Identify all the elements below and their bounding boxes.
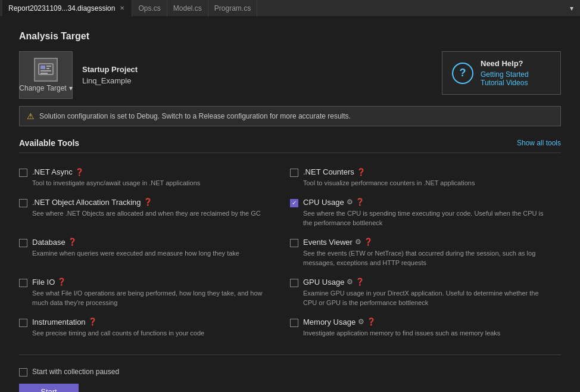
- tool-item-events-viewer: Events Viewer⚙❓See the events (ETW or Ne…: [290, 233, 561, 273]
- help-box: ? Need Help? Getting Started Tutorial Vi…: [442, 51, 561, 95]
- gear-icon-gpu-usage[interactable]: ⚙: [347, 278, 353, 286]
- tool-desc-file-io: See what File I/O operations are being p…: [32, 288, 276, 308]
- tool-content-dotnet-counters: .NET Counters❓Tool to visualize performa…: [303, 167, 475, 188]
- tool-content-memory-usage: Memory Usage⚙❓Investigate application me…: [303, 318, 500, 338]
- svg-rect-2: [46, 66, 51, 67]
- analysis-target-title: Analysis Target: [19, 31, 561, 42]
- info-icon-database[interactable]: ❓: [68, 238, 77, 246]
- tool-content-instrumentation: Instrumentation❓See precise timing and c…: [32, 318, 204, 338]
- info-icon-dotnet-async[interactable]: ❓: [75, 168, 84, 176]
- tool-checkbox-cpu-usage[interactable]: [290, 199, 298, 207]
- tool-desc-events-viewer: See the events (ETW or NetTrace) that oc…: [303, 248, 547, 268]
- tool-name-memory-usage: Memory Usage⚙❓: [303, 318, 500, 326]
- tab-overflow-button[interactable]: ▾: [566, 0, 578, 17]
- info-icon-gpu-usage[interactable]: ❓: [356, 278, 364, 286]
- tool-content-events-viewer: Events Viewer⚙❓See the events (ETW or Ne…: [303, 238, 547, 268]
- collection-paused-checkbox[interactable]: [19, 368, 27, 377]
- startup-project-name: Linq_Example: [82, 76, 138, 85]
- tool-desc-database: Examine when queries were executed and m…: [32, 248, 239, 259]
- tool-desc-cpu-usage: See where the CPU is spending time execu…: [303, 209, 547, 228]
- warning-icon: ⚠: [27, 111, 35, 121]
- tool-name-cpu-usage: CPU Usage⚙❓: [303, 198, 547, 207]
- tool-item-database: Database❓Examine when queries were execu…: [19, 233, 290, 273]
- tab-ops[interactable]: Ops.cs: [132, 0, 167, 17]
- svg-rect-4: [40, 70, 51, 71]
- tool-desc-dotnet-async: Tool to investigate async/await usage in…: [32, 178, 200, 188]
- info-icon-memory-usage[interactable]: ❓: [367, 318, 376, 326]
- getting-started-link[interactable]: Getting Started: [481, 70, 529, 79]
- info-icon-instrumentation[interactable]: ❓: [88, 318, 97, 326]
- tab-diag-close[interactable]: ✕: [119, 4, 126, 12]
- tool-desc-dotnet-alloc: See where .NET Objects are allocated and…: [32, 209, 261, 219]
- tool-checkbox-dotnet-alloc[interactable]: [19, 199, 27, 207]
- help-text: Need Help? Getting Started Tutorial Vide…: [481, 59, 529, 87]
- warning-text: Solution configuration is set to Debug. …: [39, 112, 351, 120]
- tool-item-file-io: File IO❓See what File I/O operations are…: [19, 273, 290, 313]
- tool-checkbox-dotnet-async[interactable]: [19, 169, 27, 177]
- info-icon-events-viewer[interactable]: ❓: [364, 238, 373, 246]
- tools-grid: .NET Async❓Tool to investigate async/awa…: [19, 163, 561, 343]
- tab-program-label: Program.cs: [214, 4, 251, 13]
- tool-desc-instrumentation: See precise timing and call counts of fu…: [32, 328, 204, 338]
- tool-desc-dotnet-counters: Tool to visualize performance counters i…: [303, 178, 475, 188]
- tool-name-database: Database❓: [32, 238, 239, 247]
- tool-desc-memory-usage: Investigate application memory to find i…: [303, 328, 500, 338]
- main-content: Analysis Target Change Tar: [0, 17, 580, 392]
- target-text: Startup Project Linq_Example: [82, 65, 138, 85]
- tool-name-dotnet-alloc: .NET Object Allocation Tracking❓: [32, 198, 261, 207]
- svg-rect-3: [46, 68, 49, 69]
- warning-bar: ⚠ Solution configuration is set to Debug…: [19, 106, 561, 126]
- tool-item-memory-usage: Memory Usage⚙❓Investigate application me…: [290, 313, 561, 343]
- tool-name-instrumentation: Instrumentation❓: [32, 318, 204, 326]
- tool-name-events-viewer: Events Viewer⚙❓: [303, 238, 547, 247]
- tab-ops-label: Ops.cs: [138, 4, 160, 13]
- divider: [19, 354, 561, 355]
- tool-checkbox-file-io[interactable]: [19, 279, 27, 287]
- change-target-button[interactable]: Change Target ▾: [19, 51, 73, 99]
- tool-name-gpu-usage: GPU Usage⚙❓: [303, 278, 547, 287]
- tool-content-file-io: File IO❓See what File I/O operations are…: [32, 278, 276, 308]
- tab-diag[interactable]: Report20231109...34.diagsession ✕: [2, 0, 132, 17]
- tool-item-dotnet-async: .NET Async❓Tool to investigate async/awa…: [19, 163, 290, 193]
- collection-paused-row: Start with collection paused: [19, 367, 561, 377]
- tool-content-database: Database❓Examine when queries were execu…: [32, 238, 239, 259]
- tool-item-dotnet-counters: .NET Counters❓Tool to visualize performa…: [290, 163, 561, 193]
- tool-checkbox-dotnet-counters[interactable]: [290, 169, 298, 177]
- tutorial-videos-link[interactable]: Tutorial Videos: [481, 79, 529, 87]
- tool-checkbox-memory-usage[interactable]: [290, 319, 298, 327]
- tab-model-label: Model.cs: [173, 4, 202, 13]
- tool-content-cpu-usage: CPU Usage⚙❓See where the CPU is spending…: [303, 198, 547, 228]
- change-target-label: Change Target ▾: [19, 84, 72, 92]
- tool-content-dotnet-async: .NET Async❓Tool to investigate async/awa…: [32, 167, 200, 188]
- tool-checkbox-events-viewer[interactable]: [290, 239, 298, 247]
- gear-icon-cpu-usage[interactable]: ⚙: [347, 198, 353, 206]
- gear-icon-events-viewer[interactable]: ⚙: [355, 238, 361, 246]
- gear-icon-memory-usage[interactable]: ⚙: [358, 318, 364, 326]
- svg-rect-5: [40, 73, 48, 74]
- collection-paused-label: Start with collection paused: [32, 368, 119, 376]
- startup-project-heading: Startup Project: [82, 65, 138, 74]
- tool-desc-gpu-usage: Examine GPU usage in your DirectX applic…: [303, 288, 547, 308]
- tab-model[interactable]: Model.cs: [167, 0, 208, 17]
- info-icon-file-io[interactable]: ❓: [57, 278, 66, 286]
- tool-name-dotnet-async: .NET Async❓: [32, 167, 200, 176]
- tool-checkbox-instrumentation[interactable]: [19, 319, 27, 327]
- tab-program[interactable]: Program.cs: [208, 0, 257, 17]
- tool-item-cpu-usage: CPU Usage⚙❓See where the CPU is spending…: [290, 193, 561, 233]
- tool-checkbox-database[interactable]: [19, 239, 27, 247]
- tab-diag-label: Report20231109...34.diagsession: [8, 4, 115, 13]
- info-icon-dotnet-counters[interactable]: ❓: [357, 168, 366, 176]
- info-icon-cpu-usage[interactable]: ❓: [356, 198, 364, 206]
- tools-header: Available Tools Show all tools: [19, 138, 561, 153]
- bottom-section: Start with collection paused Start: [19, 367, 561, 392]
- start-button[interactable]: Start: [19, 384, 79, 392]
- target-project-icon: [34, 58, 58, 82]
- help-title: Need Help?: [481, 59, 529, 68]
- tool-item-dotnet-alloc: .NET Object Allocation Tracking❓See wher…: [19, 193, 290, 233]
- tool-checkbox-gpu-usage[interactable]: [290, 279, 298, 287]
- info-icon-dotnet-alloc[interactable]: ❓: [144, 198, 152, 206]
- show-all-tools-link[interactable]: Show all tools: [517, 139, 561, 147]
- target-row: Change Target ▾ Startup Project Linq_Exa…: [19, 51, 561, 99]
- tool-content-gpu-usage: GPU Usage⚙❓Examine GPU usage in your Dir…: [303, 278, 547, 308]
- available-tools-title: Available Tools: [19, 138, 79, 148]
